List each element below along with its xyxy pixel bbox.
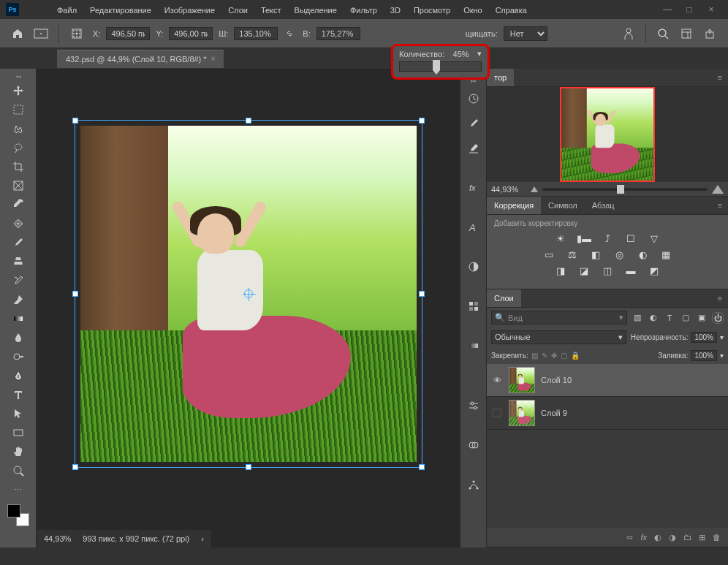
layer-thumbnail[interactable] bbox=[509, 400, 535, 426]
navigator-zoom-slider[interactable] bbox=[542, 188, 708, 191]
hue-icon[interactable]: ▭ bbox=[541, 248, 557, 261]
navigator-zoom-value[interactable]: 44,93% bbox=[491, 185, 526, 194]
brightness-icon[interactable]: ☀ bbox=[553, 232, 569, 245]
menu-filter[interactable]: Фильтр bbox=[344, 3, 383, 18]
color-lookup-icon[interactable]: ▦ bbox=[658, 248, 674, 261]
navigator-zoom-handle[interactable] bbox=[617, 185, 624, 194]
tab-close-icon[interactable]: × bbox=[211, 55, 216, 63]
navigator-menu-icon[interactable]: ≡ bbox=[712, 70, 728, 85]
gradient-map-icon[interactable]: ▬ bbox=[623, 264, 639, 277]
filter-shape-icon[interactable]: ▢ bbox=[680, 312, 691, 324]
skin-tone-icon[interactable] bbox=[619, 24, 638, 43]
layer-visibility-icon[interactable] bbox=[493, 409, 501, 417]
path-select-tool[interactable] bbox=[6, 405, 31, 422]
layer-name[interactable]: Слой 10 bbox=[541, 376, 572, 384]
type-tool[interactable] bbox=[6, 386, 31, 403]
frame-tool[interactable] bbox=[6, 177, 31, 194]
handle-ml[interactable] bbox=[72, 291, 78, 297]
dodge-tool[interactable] bbox=[6, 348, 31, 365]
new-layer-icon[interactable]: ⊞ bbox=[699, 533, 705, 542]
posterize-icon[interactable]: ◪ bbox=[576, 264, 592, 277]
bw-icon[interactable]: ◧ bbox=[588, 248, 604, 261]
healing-tool[interactable] bbox=[6, 215, 31, 232]
menu-3d[interactable]: 3D bbox=[384, 3, 406, 18]
adjustments-menu-icon[interactable]: ≡ bbox=[712, 198, 728, 213]
transform-center[interactable] bbox=[244, 289, 253, 298]
link-wh-icon[interactable] bbox=[282, 26, 297, 41]
opacity-chevron-icon[interactable]: ▾ bbox=[720, 333, 724, 341]
history-panel-icon[interactable] bbox=[464, 89, 483, 108]
gradient-tool[interactable] bbox=[6, 310, 31, 327]
paths-panel-icon[interactable] bbox=[464, 475, 483, 494]
styles-panel-icon[interactable]: fx bbox=[464, 178, 483, 197]
hand-tool[interactable] bbox=[6, 443, 31, 460]
amount-slider[interactable] bbox=[399, 61, 482, 72]
color-swatches[interactable] bbox=[7, 504, 29, 526]
link-layers-icon[interactable]: ⬄ bbox=[626, 533, 633, 542]
curves-icon[interactable]: ⤴ bbox=[599, 232, 615, 245]
x-input[interactable] bbox=[106, 27, 150, 40]
adjust-settings-icon[interactable] bbox=[464, 396, 483, 415]
brush-tool[interactable] bbox=[6, 234, 31, 251]
protect-select[interactable]: Нет bbox=[504, 26, 547, 41]
maximize-button[interactable]: □ bbox=[678, 2, 700, 17]
paragraph-tab[interactable]: Абзац bbox=[585, 197, 622, 214]
filter-type-icon[interactable]: T bbox=[664, 312, 675, 324]
status-zoom[interactable]: 44,93% bbox=[44, 534, 71, 543]
eraser-tool[interactable] bbox=[6, 291, 31, 308]
exposure-icon[interactable]: ☐ bbox=[623, 232, 639, 245]
swatches-panel-icon[interactable] bbox=[464, 297, 483, 316]
history-brush-tool[interactable] bbox=[6, 272, 31, 289]
adjustments-tab[interactable]: Коррекция bbox=[487, 197, 541, 214]
quick-select-tool[interactable] bbox=[6, 139, 31, 156]
transform-ref-icon[interactable] bbox=[31, 25, 51, 42]
lock-paint-icon[interactable]: ✎ bbox=[542, 352, 547, 360]
menu-image[interactable]: Изображение bbox=[159, 3, 221, 18]
menu-type[interactable]: Текст bbox=[255, 3, 287, 18]
toolbox-collapse-icon[interactable]: ◂◂ bbox=[0, 73, 36, 80]
glyphs-panel-icon[interactable]: A bbox=[464, 218, 483, 237]
menu-select[interactable]: Выделение bbox=[289, 3, 343, 18]
menu-file[interactable]: Файл bbox=[51, 3, 83, 18]
layers-menu-icon[interactable]: ≡ bbox=[712, 291, 728, 306]
levels-icon[interactable]: ▮▬ bbox=[576, 232, 592, 245]
delete-layer-icon[interactable]: 🗑 bbox=[713, 533, 721, 542]
eyedropper-tool[interactable] bbox=[6, 196, 31, 213]
layer-mask-icon[interactable]: ◐ bbox=[654, 533, 661, 542]
marquee-tool[interactable] bbox=[6, 101, 31, 118]
character-tab[interactable]: Символ bbox=[541, 197, 585, 214]
reference-point-icon[interactable] bbox=[67, 25, 87, 42]
w-input[interactable] bbox=[234, 27, 278, 40]
clone-stamp-tool[interactable] bbox=[6, 253, 31, 270]
amount-value[interactable]: 45% bbox=[447, 50, 474, 58]
threshold-icon[interactable]: ◫ bbox=[599, 264, 615, 277]
rectangle-tool[interactable] bbox=[6, 424, 31, 441]
color-panel-icon[interactable] bbox=[464, 257, 483, 276]
home-icon[interactable] bbox=[9, 25, 26, 42]
status-doc-info[interactable]: 993 пикс. x 992 пикс. (72 ppi) bbox=[83, 534, 189, 543]
layer-visibility-icon[interactable]: 👁 bbox=[491, 376, 503, 384]
navigator-thumbnail[interactable] bbox=[560, 87, 655, 182]
filter-toggle-icon[interactable]: ⏻ bbox=[712, 312, 724, 324]
channels-panel-icon[interactable] bbox=[464, 436, 483, 455]
layer-thumbnail[interactable] bbox=[509, 367, 535, 393]
brush-panel-icon[interactable] bbox=[464, 114, 483, 133]
zoom-in-icon[interactable] bbox=[712, 185, 724, 194]
search-icon[interactable] bbox=[653, 24, 672, 43]
filter-pixel-icon[interactable]: ▧ bbox=[632, 312, 643, 324]
amount-slider-handle[interactable] bbox=[433, 60, 440, 70]
canvas-area[interactable]: 44,93% 993 пикс. x 992 пикс. (72 ppi) › bbox=[37, 69, 460, 547]
color-balance-icon[interactable]: ⚖ bbox=[564, 248, 580, 261]
canvas[interactable] bbox=[80, 126, 417, 462]
lock-transparent-icon[interactable]: ▧ bbox=[531, 352, 538, 360]
navigator-tab[interactable]: тор bbox=[487, 69, 514, 86]
layer-row[interactable]: 👁 Слой 10 bbox=[487, 364, 728, 397]
fg-color-swatch[interactable] bbox=[7, 504, 20, 517]
handle-tc[interactable] bbox=[246, 118, 251, 124]
filter-adjust-icon[interactable]: ◐ bbox=[648, 312, 659, 324]
layer-name[interactable]: Слой 9 bbox=[541, 409, 567, 417]
invert-icon[interactable]: ◨ bbox=[553, 264, 569, 277]
brush-settings-icon[interactable] bbox=[464, 139, 483, 158]
handle-tl[interactable] bbox=[72, 118, 78, 124]
photo-filter-icon[interactable]: ◎ bbox=[611, 248, 627, 261]
